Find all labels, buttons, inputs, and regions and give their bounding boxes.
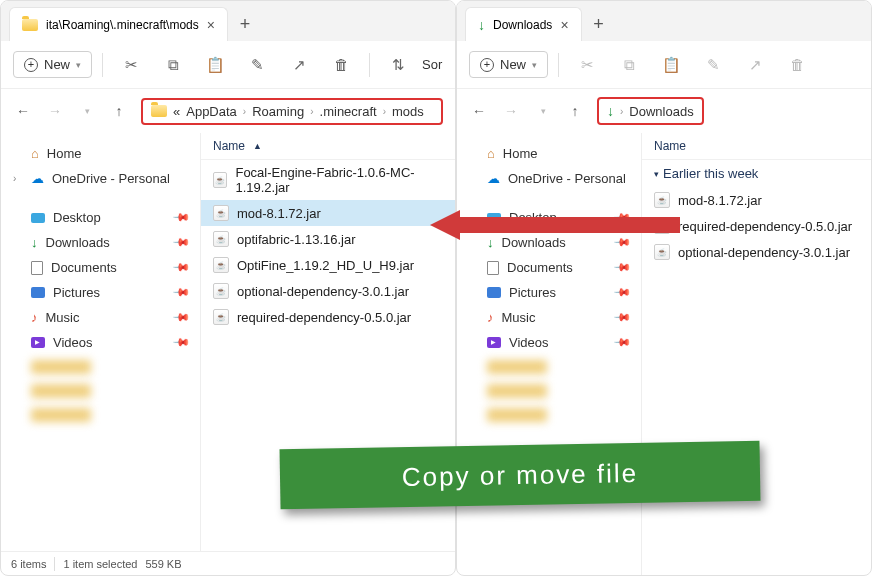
tab-mods[interactable]: ita\Roaming\.minecraft\mods × [9, 7, 228, 41]
new-tab-button[interactable]: + [582, 7, 616, 41]
breadcrumb[interactable]: « AppData› Roaming› .minecraft› mods [141, 98, 443, 125]
file-pane: Name ▾Earlier this week ☕mod-8.1.72.jar … [642, 133, 871, 575]
new-button[interactable]: + New ▾ [13, 51, 92, 78]
plus-icon: + [480, 58, 494, 72]
breadcrumb-segment[interactable]: Roaming [252, 104, 304, 119]
breadcrumb-segment[interactable]: .minecraft [320, 104, 377, 119]
folder-icon [22, 19, 38, 31]
cloud-icon: ☁ [31, 171, 44, 186]
sidebar: ⌂Home ›☁OneDrive - Personal Desktop📌 ↓Do… [1, 133, 201, 551]
paste-icon[interactable]: 📋 [197, 49, 233, 81]
sidebar-item-blurred [5, 403, 196, 427]
rename-icon[interactable]: ✎ [239, 49, 275, 81]
sidebar-item-desktop[interactable]: Desktop📌 [5, 205, 196, 230]
sidebar-item-videos[interactable]: Videos📌 [461, 330, 637, 355]
up-button[interactable]: ↑ [565, 103, 585, 119]
chevron-down-icon: ▾ [532, 60, 537, 70]
nav-bar: ← → ▾ ↑ ↓› Downloads [457, 89, 871, 133]
plus-icon: + [24, 58, 38, 72]
videos-icon [487, 337, 501, 348]
delete-icon[interactable]: 🗑 [323, 49, 359, 81]
toolbar: + New ▾ ✂ ⧉ 📋 ✎ ↗ 🗑 ⇅ Sor [1, 41, 455, 89]
sidebar-item-music[interactable]: ♪Music📌 [461, 305, 637, 330]
back-button[interactable]: ← [469, 103, 489, 119]
sort-indicator-icon: ▲ [253, 141, 262, 151]
sidebar-item-blurred [461, 379, 637, 403]
sidebar-item-blurred [461, 355, 637, 379]
jar-icon: ☕ [213, 257, 229, 273]
chevron-down-icon: ▾ [654, 169, 659, 179]
music-icon: ♪ [487, 310, 494, 325]
tab-title: ita\Roaming\.minecraft\mods [46, 18, 199, 32]
share-icon[interactable]: ↗ [281, 49, 317, 81]
file-row[interactable]: ☕optional-dependency-3.0.1.jar [642, 239, 871, 265]
sidebar-item-blurred [5, 355, 196, 379]
sidebar-item-pictures[interactable]: Pictures📌 [461, 280, 637, 305]
file-row[interactable]: ☕optifabric-1.13.16.jar [201, 226, 455, 252]
pictures-icon [31, 287, 45, 298]
pin-icon: 📌 [171, 258, 190, 277]
status-size: 559 KB [145, 558, 181, 570]
forward-button[interactable]: → [501, 103, 521, 119]
sidebar-item-blurred [5, 379, 196, 403]
close-icon[interactable]: × [560, 17, 568, 33]
pictures-icon [487, 287, 501, 298]
pin-icon: 📌 [612, 333, 631, 352]
close-icon[interactable]: × [207, 17, 215, 33]
sidebar-item-downloads[interactable]: ↓Downloads📌 [5, 230, 196, 255]
breadcrumb-segment[interactable]: mods [392, 104, 424, 119]
jar-icon: ☕ [213, 172, 227, 188]
sidebar-item-videos[interactable]: Videos📌 [5, 330, 196, 355]
sidebar-item-documents[interactable]: Documents📌 [5, 255, 196, 280]
share-icon[interactable]: ↗ [737, 49, 773, 81]
nav-bar: ← → ▾ ↑ « AppData› Roaming› .minecraft› … [1, 89, 455, 133]
file-list[interactable]: ☕mod-8.1.72.jar ☕required-dependency-0.5… [642, 187, 871, 575]
pin-icon: 📌 [171, 283, 190, 302]
sidebar-item-onedrive[interactable]: ☁OneDrive - Personal [461, 166, 637, 191]
column-header-name[interactable]: Name [642, 133, 871, 160]
file-row[interactable]: ☕optional-dependency-3.0.1.jar [201, 278, 455, 304]
chevron-down-icon[interactable]: ▾ [77, 106, 97, 116]
cut-icon[interactable]: ✂ [569, 49, 605, 81]
jar-icon: ☕ [213, 309, 229, 325]
sidebar-item-documents[interactable]: Documents📌 [461, 255, 637, 280]
group-header[interactable]: ▾Earlier this week [642, 160, 871, 187]
breadcrumb-segment[interactable]: Downloads [629, 104, 693, 119]
sidebar-item-pictures[interactable]: Pictures📌 [5, 280, 196, 305]
pin-icon: 📌 [171, 308, 190, 327]
sidebar-item-onedrive[interactable]: ›☁OneDrive - Personal [5, 166, 196, 191]
downloads-icon: ↓ [478, 17, 485, 33]
sidebar: ⌂Home ☁OneDrive - Personal Desktop📌 ↓Dow… [457, 133, 642, 575]
new-tab-button[interactable]: + [228, 7, 262, 41]
delete-icon[interactable]: 🗑 [779, 49, 815, 81]
copy-icon[interactable]: ⧉ [611, 49, 647, 81]
copy-icon[interactable]: ⧉ [155, 49, 191, 81]
file-row[interactable]: ☕Focal-Engine-Fabric-1.0.6-MC-1.19.2.jar [201, 160, 455, 200]
jar-icon: ☕ [654, 192, 670, 208]
chevron-down-icon[interactable]: ▾ [533, 106, 553, 116]
sort-icon[interactable]: ⇅ [380, 49, 416, 81]
jar-icon: ☕ [213, 205, 229, 221]
rename-icon[interactable]: ✎ [695, 49, 731, 81]
sidebar-item-home[interactable]: ⌂Home [461, 141, 637, 166]
file-row[interactable]: ☕OptiFine_1.19.2_HD_U_H9.jar [201, 252, 455, 278]
back-button[interactable]: ← [13, 103, 33, 119]
paste-icon[interactable]: 📋 [653, 49, 689, 81]
cut-icon[interactable]: ✂ [113, 49, 149, 81]
tab-downloads[interactable]: ↓ Downloads × [465, 7, 582, 41]
breadcrumb[interactable]: ↓› Downloads [597, 97, 704, 125]
file-row[interactable]: ☕mod-8.1.72.jar [201, 200, 455, 226]
up-button[interactable]: ↑ [109, 103, 129, 119]
file-row[interactable]: ☕required-dependency-0.5.0.jar [201, 304, 455, 330]
sidebar-item-home[interactable]: ⌂Home [5, 141, 196, 166]
breadcrumb-segment[interactable]: AppData [186, 104, 237, 119]
pin-icon: 📌 [171, 208, 190, 227]
annotation-arrow [430, 210, 680, 240]
breadcrumb-prefix: « [173, 104, 180, 119]
forward-button[interactable]: → [45, 103, 65, 119]
status-selected: 1 item selected [63, 558, 137, 570]
new-button[interactable]: + New ▾ [469, 51, 548, 78]
column-header-name[interactable]: Name▲ [201, 133, 455, 160]
sidebar-item-music[interactable]: ♪Music📌 [5, 305, 196, 330]
sidebar-item-blurred [461, 403, 637, 427]
